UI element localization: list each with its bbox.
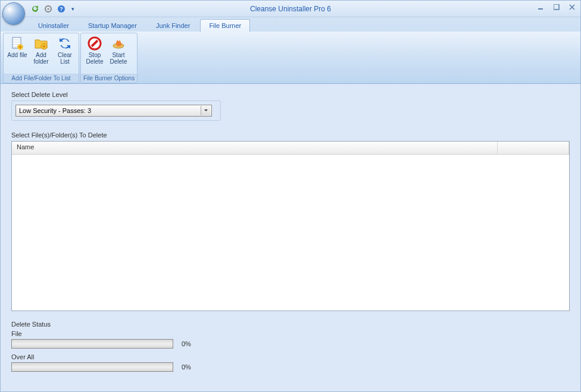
quick-access-toolbar: ? ▾ bbox=[30, 4, 76, 14]
file-list-body[interactable] bbox=[12, 155, 569, 311]
minimize-button[interactable] bbox=[536, 3, 546, 11]
add-file-label: Add file bbox=[7, 52, 27, 58]
close-button[interactable] bbox=[567, 3, 577, 11]
settings-icon[interactable] bbox=[43, 4, 53, 14]
overall-progress-label: Over All bbox=[11, 353, 297, 360]
content-area: Select Delete Level Low Security - Passe… bbox=[1, 84, 580, 391]
clear-list-button[interactable]: Clear List bbox=[54, 35, 76, 66]
select-files-label: Select File(s)/Folder(s) To Delete bbox=[11, 131, 570, 139]
svg-rect-4 bbox=[538, 8, 543, 10]
file-progress-value: 0% bbox=[182, 340, 191, 347]
ribbon-group-add: Add file Add folder Clear List Add File/… bbox=[3, 33, 79, 83]
clear-list-label: Clear List bbox=[54, 52, 76, 65]
add-file-button[interactable]: Add file bbox=[6, 35, 29, 59]
window-controls bbox=[536, 3, 577, 11]
ribbon-group-add-label: Add File/Folder To List bbox=[4, 74, 79, 83]
stop-delete-label: Stop Delete bbox=[84, 52, 105, 65]
add-folder-label: Add folder bbox=[30, 52, 52, 65]
tab-startup-manager[interactable]: Startup Manager bbox=[79, 19, 146, 32]
tabstrip: Uninstaller Startup Manager Junk Finder … bbox=[1, 17, 580, 32]
add-folder-button[interactable]: Add folder bbox=[30, 35, 52, 66]
tab-uninstaller[interactable]: Uninstaller bbox=[29, 19, 78, 32]
overall-progress-bar bbox=[11, 362, 173, 372]
chevron-down-icon bbox=[201, 106, 210, 115]
stop-delete-button[interactable]: Stop Delete bbox=[83, 35, 106, 66]
file-progress-bar bbox=[11, 339, 173, 349]
ribbon: Add file Add folder Clear List Add File/… bbox=[1, 32, 580, 84]
svg-rect-5 bbox=[554, 4, 559, 10]
file-list-header: Name bbox=[12, 142, 569, 155]
delete-level-value: Low Security - Passes: 3 bbox=[19, 107, 91, 114]
burn-icon bbox=[110, 36, 127, 51]
file-progress-label: File bbox=[11, 330, 297, 337]
refresh-icon[interactable] bbox=[30, 4, 40, 14]
ribbon-group-options: Stop Delete Start Delete File Burner Opt… bbox=[80, 33, 138, 83]
delete-level-panel: Low Security - Passes: 3 bbox=[11, 101, 221, 121]
svg-point-1 bbox=[48, 8, 49, 10]
ribbon-group-options-label: File Burner Options bbox=[81, 74, 137, 83]
folder-add-icon bbox=[33, 36, 49, 51]
delete-level-label: Select Delete Level bbox=[11, 91, 570, 98]
overall-progress-value: 0% bbox=[182, 363, 191, 371]
titlebar: ? ▾ Cleanse Uninstaller Pro 6 bbox=[1, 1, 580, 17]
app-menu-orb[interactable] bbox=[2, 2, 25, 25]
qat-dropdown-icon[interactable]: ▾ bbox=[70, 5, 76, 12]
delete-status-label: Delete Status bbox=[11, 321, 570, 328]
delete-status-panel: File 0% Over All 0% bbox=[11, 330, 297, 372]
file-list[interactable]: Name bbox=[11, 141, 570, 311]
column-name[interactable]: Name bbox=[12, 142, 498, 154]
start-delete-button[interactable]: Start Delete bbox=[107, 35, 130, 66]
delete-level-combobox[interactable]: Low Security - Passes: 3 bbox=[15, 105, 212, 117]
tab-junk-finder[interactable]: Junk Finder bbox=[147, 19, 199, 32]
app-window: ? ▾ Cleanse Uninstaller Pro 6 Uninstalle… bbox=[0, 0, 581, 392]
window-title: Cleanse Uninstaller Pro 6 bbox=[250, 5, 331, 13]
start-delete-label: Start Delete bbox=[108, 52, 129, 65]
help-icon[interactable]: ? bbox=[57, 4, 66, 14]
stop-icon bbox=[86, 36, 103, 51]
svg-text:?: ? bbox=[60, 6, 63, 12]
maximize-button[interactable] bbox=[552, 3, 561, 11]
file-add-icon bbox=[9, 36, 26, 51]
refresh-arrows-icon bbox=[57, 36, 73, 51]
tab-file-burner[interactable]: File Burner bbox=[200, 19, 250, 32]
column-spacer bbox=[498, 142, 569, 154]
